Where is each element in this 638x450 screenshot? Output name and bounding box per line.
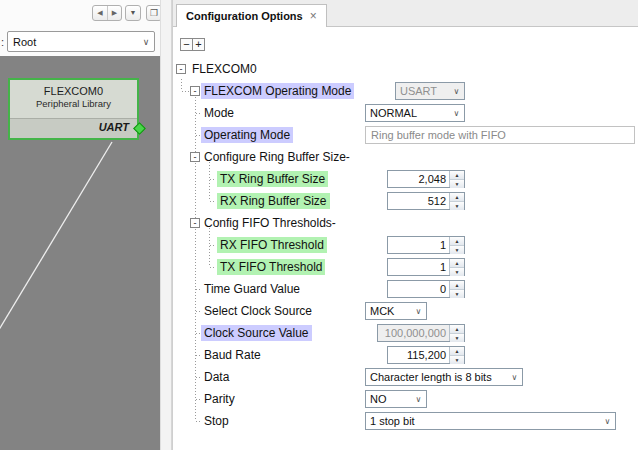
tree-row-mode: Mode NORMAL ∨ xyxy=(173,102,638,124)
tree-row-configure-ring-buffer-size: - Configure Ring Buffer Size- xyxy=(173,146,638,168)
spinner-down-icon[interactable]: ▼ xyxy=(450,246,464,254)
expander-icon[interactable]: - xyxy=(176,64,186,74)
expand-all-button[interactable]: + xyxy=(192,38,205,51)
tree-node-label: Select Clock Source xyxy=(201,303,315,319)
spinner-value[interactable]: 2,048 xyxy=(388,171,449,187)
spinner-arrows[interactable]: ▲ ▼ xyxy=(449,171,464,187)
configuration-panel: Configuration Options × − + - FLEXCOM0 -… xyxy=(172,0,638,450)
spinner-arrows[interactable]: ▲ ▼ xyxy=(449,237,464,253)
tree-node-label: Parity xyxy=(201,391,238,407)
chevron-down-icon[interactable]: ∨ xyxy=(411,307,426,316)
spinner-up-icon[interactable]: ▲ xyxy=(450,171,464,180)
tree-node-label: FLEXCOM Operating Mode xyxy=(201,83,354,99)
tab-bar: Configuration Options × xyxy=(173,0,638,27)
tree-node-label: RX Ring Buffer Size xyxy=(217,193,330,209)
spinner-up-icon: ▲ xyxy=(450,325,464,334)
tree-connector xyxy=(210,267,216,268)
chevron-down-icon: ∨ xyxy=(449,87,464,96)
rx-ring-buffer-size-spinner[interactable]: 512 ▲ ▼ xyxy=(387,192,465,210)
rx-fifo-threshold-spinner[interactable]: 1 ▲ ▼ xyxy=(387,236,465,254)
tree-connector xyxy=(210,201,216,202)
back-icon[interactable]: ◀ xyxy=(93,6,107,20)
spinner-up-icon[interactable]: ▲ xyxy=(450,259,464,268)
expander-icon[interactable]: - xyxy=(190,218,200,228)
clock-source-value-spinner: 100,000,000 ▲ ▼ xyxy=(377,324,465,342)
spinner-down-icon[interactable]: ▼ xyxy=(450,290,464,298)
data-dropdown[interactable]: Character length is 8 bits ∨ xyxy=(365,368,523,386)
chevron-down-icon[interactable]: ∨ xyxy=(507,373,522,382)
tree-node-label: Stop xyxy=(201,413,232,429)
spinner-arrows[interactable]: ▲ ▼ xyxy=(449,259,464,275)
spinner-down-icon[interactable]: ▼ xyxy=(450,180,464,188)
tree-node-label: TX Ring Buffer Size xyxy=(217,171,328,187)
spinner-value[interactable]: 1 xyxy=(388,237,449,253)
spinner-value[interactable]: 1 xyxy=(388,259,449,275)
tree-row-data: Data Character length is 8 bits ∨ xyxy=(173,366,638,388)
mode-dropdown[interactable]: NORMAL ∨ xyxy=(365,104,465,122)
time-guard-value-spinner[interactable]: 0 ▲ ▼ xyxy=(387,280,465,298)
nav-button-group: ◀ ▶ xyxy=(92,5,122,21)
spinner-up-icon[interactable]: ▲ xyxy=(450,193,464,202)
project-graph-panel: ◀ ▶ ▼ ❐ : Root ∨ FLEXCOM0 Peripheral Lib… xyxy=(0,0,160,450)
vertical-scrollbar[interactable] xyxy=(160,0,172,450)
spinner-up-icon[interactable]: ▲ xyxy=(450,347,464,356)
expander-icon[interactable]: - xyxy=(190,152,200,162)
spinner-arrows[interactable]: ▲ ▼ xyxy=(449,193,464,209)
chevron-down-icon[interactable]: ▼ xyxy=(125,5,141,21)
tree-node-label: Mode xyxy=(201,105,237,121)
spinner-arrows[interactable]: ▲ ▼ xyxy=(449,347,464,363)
tx-ring-buffer-size-spinner[interactable]: 2,048 ▲ ▼ xyxy=(387,170,465,188)
spinner-down-icon[interactable]: ▼ xyxy=(450,268,464,276)
stop-dropdown[interactable]: 1 stop bit ∨ xyxy=(365,412,616,430)
tree-node-label: Clock Source Value xyxy=(201,325,312,341)
block-title: FLEXCOM0 xyxy=(10,85,137,97)
chevron-down-icon[interactable]: ∨ xyxy=(138,37,154,47)
tree-node-label: TX FIFO Threshold xyxy=(217,259,325,275)
tx-fifo-threshold-spinner[interactable]: 1 ▲ ▼ xyxy=(387,258,465,276)
block-badge-row: UART xyxy=(10,118,137,138)
dropdown-value: NO xyxy=(366,391,411,407)
flexcom0-block[interactable]: FLEXCOM0 Peripheral Library UART xyxy=(8,78,139,140)
tree-node-label: Time Guard Value xyxy=(201,281,303,297)
tab-configuration-options[interactable]: Configuration Options × xyxy=(176,4,327,27)
block-badge-label: UART xyxy=(99,121,129,133)
baud-rate-spinner[interactable]: 115,200 ▲ ▼ xyxy=(387,346,465,364)
tree-node-label: FLEXCOM0 xyxy=(189,61,260,77)
close-icon[interactable]: × xyxy=(310,11,317,21)
tree-row-select-clock-source: Select Clock Source MCK ∨ xyxy=(173,300,638,322)
spinner-value[interactable]: 115,200 xyxy=(388,347,449,363)
spinner-down-icon: ▼ xyxy=(450,334,464,342)
spinner-up-icon[interactable]: ▲ xyxy=(450,237,464,246)
tree-connector xyxy=(182,91,190,92)
spinner-arrows[interactable]: ▲ ▼ xyxy=(449,281,464,297)
chevron-down-icon[interactable]: ∨ xyxy=(449,109,464,118)
configuration-tree: - FLEXCOM0 - FLEXCOM Operating Mode USAR… xyxy=(173,58,638,450)
spinner-up-icon[interactable]: ▲ xyxy=(450,281,464,290)
expander-icon[interactable]: - xyxy=(190,86,200,96)
tree-row-stop: Stop 1 stop bit ∨ xyxy=(173,410,638,432)
tree-node-label: RX FIFO Threshold xyxy=(217,237,327,253)
spinner-down-icon[interactable]: ▼ xyxy=(450,356,464,364)
tree-connector xyxy=(210,245,216,246)
graph-canvas[interactable]: FLEXCOM0 Peripheral Library UART xyxy=(0,56,160,450)
chevron-down-icon[interactable]: ∨ xyxy=(600,417,615,426)
spinner-value: 100,000,000 xyxy=(378,325,449,341)
tree-row-tx-ring-buffer-size: TX Ring Buffer Size 2,048 ▲ ▼ xyxy=(173,168,638,190)
tree-row-config-fifo-thresholds: - Config FIFO Thresholds- xyxy=(173,212,638,234)
spinner-value[interactable]: 512 xyxy=(388,193,449,209)
spinner-down-icon[interactable]: ▼ xyxy=(450,202,464,210)
chevron-down-icon[interactable]: ∨ xyxy=(411,395,426,404)
tree-connector xyxy=(210,179,216,180)
root-selector-value: Root xyxy=(8,36,138,48)
dropdown-value: NORMAL xyxy=(366,105,449,121)
dropdown-value: 1 stop bit xyxy=(366,413,600,429)
spinner-value[interactable]: 0 xyxy=(388,281,449,297)
root-selector[interactable]: Root ∨ xyxy=(7,31,155,52)
dropdown-value: MCK xyxy=(366,303,411,319)
root-select-prefix: : xyxy=(1,36,4,48)
operating-mode-field: Ring buffer mode with FIFO xyxy=(365,126,635,144)
select-clock-source-dropdown[interactable]: MCK ∨ xyxy=(365,302,427,320)
parity-dropdown[interactable]: NO ∨ xyxy=(365,390,427,408)
forward-icon[interactable]: ▶ xyxy=(107,6,121,20)
tree-node-label: Operating Mode xyxy=(201,127,293,143)
